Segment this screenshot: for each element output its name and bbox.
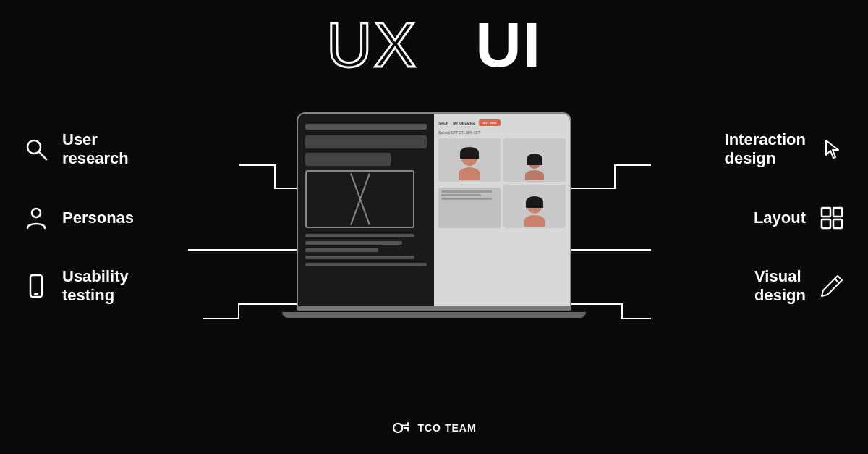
layout-label: Layout (754, 209, 806, 227)
mobile-icon (20, 270, 52, 302)
laptop-illustration: SHOP MY ORDERS BUY NOW Special OFFER! 25… (282, 112, 586, 344)
svg-line-1 (39, 152, 46, 159)
title-ui: UI (475, 13, 542, 77)
personas-item: Personas (20, 202, 134, 234)
avatar-3 (524, 185, 545, 228)
user-research-label: Userresearch (62, 130, 129, 169)
right-features: Interactiondesign Layout Visualdesign (725, 130, 848, 306)
product-grid (438, 138, 566, 228)
avatar-2 (525, 138, 544, 182)
wireframe-image-placeholder (305, 170, 414, 228)
svg-rect-6 (833, 208, 842, 217)
laptop-screen: SHOP MY ORDERS BUY NOW Special OFFER! 25… (297, 112, 571, 308)
laptop-body: SHOP MY ORDERS BUY NOW Special OFFER! 25… (282, 112, 586, 322)
avatar-body-1 (459, 167, 480, 180)
visual-design-label: Visualdesign (754, 267, 806, 306)
title-bar: UX UI (0, 13, 868, 77)
search-icon (20, 133, 52, 165)
avatar-hair-2 (527, 154, 542, 165)
svg-point-2 (32, 209, 41, 217)
laptop-base (282, 306, 586, 322)
laptop-hinge (297, 306, 571, 311)
logo-area: TCO TEAM (391, 418, 476, 438)
visual-design-item: Visualdesign (725, 267, 848, 306)
left-features: Userresearch Personas Usabilitytesting (20, 130, 134, 306)
wireframe-screen (298, 114, 434, 306)
product-card-2 (503, 138, 566, 182)
product-description (438, 188, 501, 228)
tco-logo-icon (391, 418, 412, 438)
usability-testing-label: Usabilitytesting (62, 267, 129, 306)
logo-text: TCO TEAM (417, 422, 476, 434)
avatar-head-1 (461, 150, 477, 166)
product-card-3 (503, 185, 566, 228)
avatar-body-3 (524, 215, 545, 227)
nav-orders: MY ORDERS (453, 121, 475, 125)
wireframe-text-lines (305, 234, 427, 266)
ui-screen: SHOP MY ORDERS BUY NOW Special OFFER! 25… (434, 114, 570, 306)
pen-icon (816, 270, 848, 302)
svg-point-16 (393, 424, 402, 432)
avatar-head-3 (527, 199, 542, 214)
pointer-icon (816, 133, 848, 165)
svg-rect-8 (833, 219, 842, 228)
user-research-item: Userresearch (20, 130, 134, 169)
ui-navbar: SHOP MY ORDERS BUY NOW (438, 119, 566, 126)
personas-label: Personas (62, 209, 134, 227)
wireframe-hero-1 (305, 135, 427, 148)
avatar-head-2 (528, 156, 541, 169)
svg-rect-5 (822, 208, 830, 217)
layout-item: Layout (725, 202, 848, 234)
avatar-hair-1 (460, 147, 479, 159)
nav-shop: SHOP (438, 121, 448, 125)
wireframe-hero-2 (305, 153, 391, 166)
svg-rect-7 (822, 219, 830, 228)
grid-icon (816, 202, 848, 234)
product-card-1 (438, 138, 501, 182)
person-icon (20, 202, 52, 234)
interaction-design-item: Interactiondesign (725, 130, 848, 169)
avatar-1 (459, 138, 480, 182)
avatar-hair-3 (526, 196, 543, 208)
wireframe-nav (305, 124, 427, 130)
title-ux: UX (326, 13, 417, 77)
svg-line-9 (835, 279, 839, 283)
avatar-body-2 (525, 170, 544, 180)
offer-text: Special OFFER! 25% OFF (438, 130, 566, 135)
interaction-design-label: Interactiondesign (725, 130, 806, 169)
usability-testing-item: Usabilitytesting (20, 267, 134, 306)
laptop-foot (282, 312, 586, 318)
nav-cta: BUY NOW (479, 119, 500, 126)
